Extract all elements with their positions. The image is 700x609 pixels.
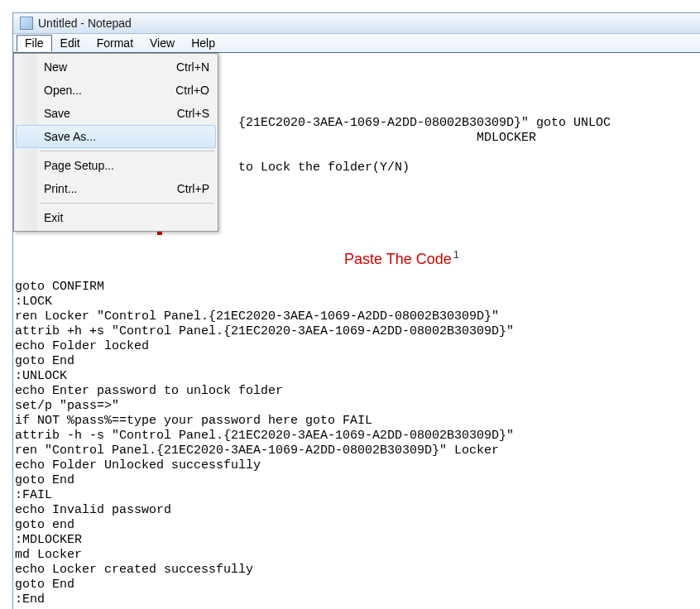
editor-line-blank11 <box>15 250 22 264</box>
editor-area[interactable]: NewCtrl+NOpen...Ctrl+OSaveCtrl+SSave As.… <box>13 53 700 609</box>
annotation-paste-code: Paste The Code1 <box>344 247 459 266</box>
editor-line: goto end <box>15 518 74 532</box>
menu-view[interactable]: View <box>141 35 183 51</box>
menubar: File Edit Format View Help <box>13 34 700 53</box>
menu-edit[interactable]: Edit <box>52 35 89 51</box>
menu-item-label: Save <box>44 106 161 121</box>
editor-line: :FAIL <box>15 488 52 502</box>
menu-item-label: Page Setup... <box>44 158 209 173</box>
file-menu-item-new[interactable]: NewCtrl+N <box>16 55 216 79</box>
file-menu-item-save[interactable]: SaveCtrl+S <box>16 102 216 125</box>
editor-line: echo Folder locked <box>15 339 149 353</box>
menu-separator <box>41 203 214 204</box>
menu-file[interactable]: File <box>17 35 52 51</box>
editor-line: ren "Control Panel.{21EC2020-3AEA-1069-A… <box>15 444 499 458</box>
editor-line: goto CONFIRM <box>15 280 104 294</box>
menu-item-shortcut: Ctrl+S <box>177 106 209 121</box>
editor-line-frag3: to Lock the folder(Y/N) <box>238 161 410 175</box>
editor-line: set/p "pass=>" <box>15 399 119 413</box>
editor-line: echo Invalid password <box>15 503 171 517</box>
menu-help[interactable]: Help <box>183 35 223 51</box>
file-menu-item-print[interactable]: Print...Ctrl+P <box>16 177 216 200</box>
menu-format[interactable]: Format <box>89 35 141 51</box>
menu-item-label: Print... <box>44 181 161 196</box>
file-menu-item-page-setup[interactable]: Page Setup... <box>16 154 216 177</box>
editor-line: :End <box>15 592 45 607</box>
editor-line: :UNLOCK <box>15 369 67 383</box>
file-menu-item-open[interactable]: Open...Ctrl+O <box>16 79 216 102</box>
file-menu-item-save-as[interactable]: Save As... <box>16 125 216 148</box>
file-dropdown: NewCtrl+NOpen...Ctrl+OSaveCtrl+SSave As.… <box>13 53 218 232</box>
menu-item-label: New <box>44 60 160 74</box>
notepad-app-icon <box>20 17 33 30</box>
editor-line: echo Enter password to unlock folder <box>15 384 283 398</box>
menu-item-label: Open... <box>44 83 159 98</box>
editor-line: attrib +h +s "Control Panel.{21EC2020-3A… <box>15 324 514 338</box>
editor-line: ren Locker "Control Panel.{21EC2020-3AEA… <box>15 309 499 324</box>
annotation-paste-sup: 1 <box>453 248 459 261</box>
menu-item-shortcut: Ctrl+P <box>177 181 209 196</box>
editor-line-blank12 <box>15 265 22 279</box>
editor-line: goto End <box>15 578 74 592</box>
editor-line-blank10 <box>15 235 22 249</box>
notepad-window: Untitled - Notepad File Edit Format View… <box>12 12 700 609</box>
editor-line: echo Folder Unlocked successfully <box>15 458 261 472</box>
editor-line: md Locker <box>15 548 82 562</box>
menu-item-label: Save As... <box>44 129 209 144</box>
menu-item-shortcut: Ctrl+N <box>176 60 209 74</box>
menu-item-shortcut: Ctrl+O <box>175 83 209 98</box>
annotation-paste-label: Paste The Code <box>344 251 452 267</box>
titlebar: Untitled - Notepad <box>13 13 700 34</box>
editor-line: :MDLOCKER <box>15 533 82 547</box>
editor-line: echo Locker created successfully <box>15 563 253 577</box>
editor-line-frag1: {21EC2020-3AEA-1069-A2DD-08002B30309D}" … <box>238 116 611 130</box>
file-menu-item-exit[interactable]: Exit <box>16 206 216 229</box>
editor-line: attrib -h -s "Control Panel.{21EC2020-3A… <box>15 429 514 443</box>
menu-item-label: Exit <box>44 210 209 225</box>
menu-separator <box>41 151 214 151</box>
editor-line: goto End <box>15 354 74 368</box>
editor-line-frag2: MDLOCKER <box>477 131 536 145</box>
window-title: Untitled - Notepad <box>38 17 132 30</box>
editor-line: goto End <box>15 473 74 487</box>
editor-line: if NOT %pass%==type your password here g… <box>15 414 372 428</box>
editor-line: :LOCK <box>15 295 52 309</box>
